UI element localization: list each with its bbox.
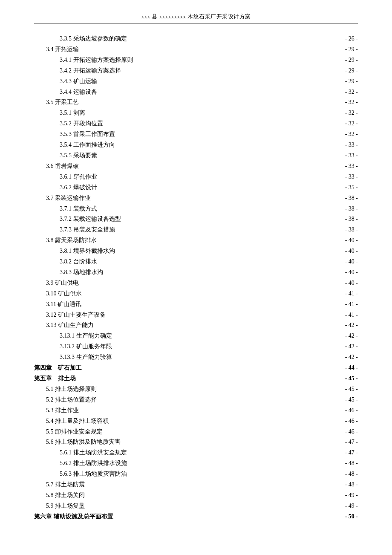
toc-row: 5.6 排土场防洪及防地质灾害- 47 - [34, 437, 358, 448]
toc-label: 第四章 矿石加工 [34, 363, 82, 373]
toc-label: 3.5.5 采场要素 [60, 150, 97, 161]
toc-page: - 38 - [345, 214, 358, 225]
toc-row: 3.13.2 矿山服务年限- 42 - [34, 341, 358, 352]
toc-page: - 29 - [345, 66, 358, 76]
toc-page: - 49 - [345, 490, 358, 501]
toc-label: 5.9 排土场复垦 [46, 501, 85, 512]
toc-row: 3.5 开采工艺- 32 - [34, 97, 358, 108]
table-of-contents: 3.3.5 采场边坡参数的确定- 26 -3.4 开拓运输- 29 -3.4.1… [34, 34, 358, 522]
toc-label: 3.8.2 台阶排水 [60, 257, 97, 267]
toc-page: - 32 - [345, 87, 358, 98]
toc-row: 3.8.1 境界外截排水沟- 40 - [34, 246, 358, 257]
toc-row: 3.4.3 矿山运输- 29 - [34, 76, 358, 87]
toc-page: - 45 - [345, 384, 358, 395]
toc-row: 3.9 矿山供电- 40 - [34, 278, 358, 289]
toc-label: 3.4.4 运输设备 [60, 87, 97, 98]
toc-label: 3.5 开采工艺 [46, 97, 79, 108]
toc-label: 5.8 排土场关闭 [46, 490, 85, 501]
toc-label: 5.4 排土量及排土场容积 [46, 416, 109, 427]
toc-label: 3.11 矿山通讯 [46, 299, 81, 310]
toc-row: 5.7 排土场防震- 48 - [34, 480, 358, 490]
toc-page: - 32 - [345, 129, 358, 140]
toc-label: 3.4.1 开拓运输方案选择原则 [60, 55, 133, 66]
toc-label: 3.7.2 装载运输设备选型 [60, 214, 121, 225]
toc-row: 3.6.2 爆破设计- 35 - [34, 182, 358, 193]
toc-label: 5.2 排土场位置选择 [46, 395, 97, 405]
toc-page: - 38 - [345, 193, 358, 204]
toc-page: - 48 - [345, 480, 358, 490]
toc-label: 3.13 矿山生产能力 [46, 320, 94, 331]
header-rule [34, 23, 358, 23]
toc-row: 3.6 凿岩爆破- 33 - [34, 161, 358, 172]
toc-label: 5.6.1 排土场防洪安全规定 [60, 448, 127, 458]
toc-page: - 41 - [345, 289, 358, 299]
toc-label: 5.7 排土场防震 [46, 480, 85, 490]
toc-label: 3.5.4 工作面推进方向 [60, 140, 115, 150]
toc-page: - 32 - [345, 108, 358, 119]
toc-row: 3.8 露天采场防排水- 40 - [34, 235, 358, 246]
toc-label: 3.13.1 生产能力确定 [60, 331, 112, 341]
toc-label: 第六章 辅助设施及总平面布置 [34, 512, 113, 522]
toc-page: - 50 - [345, 512, 358, 522]
toc-label: 3.6.1 穿孔作业 [60, 172, 97, 182]
toc-row: 5.3 排土作业- 46 - [34, 405, 358, 416]
toc-row: 3.5.1 剥离- 32 - [34, 108, 358, 119]
toc-row: 5.6.2 排土场防洪排水设施- 48 - [34, 458, 358, 469]
toc-page: - 40 - [345, 257, 358, 267]
toc-page: - 33 - [345, 161, 358, 172]
toc-page: - 46 - [345, 427, 358, 437]
toc-row: 第六章 辅助设施及总平面布置- 50 - [34, 512, 358, 522]
toc-page: - 41 - [345, 299, 358, 310]
toc-row: 3.4.1 开拓运输方案选择原则- 29 - [34, 55, 358, 66]
toc-row: 5.6.1 排土场防洪安全规定- 47 - [34, 448, 358, 458]
toc-page: - 29 - [345, 55, 358, 66]
toc-row: 5.4 排土量及排土场容积- 46 - [34, 416, 358, 427]
toc-label: 3.5.3 首采工作面布置 [60, 129, 115, 140]
toc-label: 3.4.2 开拓运输方案选择 [60, 66, 121, 76]
toc-page: - 35 - [345, 182, 358, 193]
toc-label: 3.12 矿山主要生产设备 [46, 310, 106, 321]
toc-row: 3.7.1 装载方式- 38 - [34, 204, 358, 214]
toc-row: 3.12 矿山主要生产设备- 41 - [34, 310, 358, 321]
toc-label: 3.8 露天采场防排水 [46, 235, 97, 246]
toc-row: 3.7.3 吊装及安全措施- 38 - [34, 225, 358, 235]
toc-row: 5.1 排土场选择原则- 45 - [34, 384, 358, 395]
toc-row: 3.11 矿山通讯- 41 - [34, 299, 358, 310]
toc-label: 3.8.3 场地排水沟 [60, 267, 103, 278]
toc-page: - 26 - [345, 34, 358, 44]
toc-row: 3.5.5 采场要素- 33 - [34, 150, 358, 161]
toc-label: 5.6.2 排土场防洪排水设施 [60, 458, 127, 469]
toc-row: 3.13 矿山生产能力- 42 - [34, 320, 358, 331]
toc-row: 5.5 卸排作业安全规定- 46 - [34, 427, 358, 437]
toc-label: 3.13.3 生产能力验算 [60, 352, 112, 363]
toc-page: - 40 - [345, 278, 358, 289]
toc-row: 3.8.2 台阶排水- 40 - [34, 257, 358, 267]
toc-label: 3.13.2 矿山服务年限 [60, 341, 112, 352]
toc-label: 3.5.1 剥离 [60, 108, 85, 119]
toc-label: 3.10 矿山供水 [46, 289, 82, 299]
toc-page: - 29 - [345, 76, 358, 87]
toc-page: - 40 - [345, 235, 358, 246]
toc-row: 3.13.1 生产能力确定- 42 - [34, 331, 358, 341]
toc-page: - 32 - [345, 97, 358, 108]
toc-page: - 42 - [345, 320, 358, 331]
toc-label: 3.7.3 吊装及安全措施 [60, 225, 115, 235]
toc-row: 3.5.4 工作面推进方向- 33 - [34, 140, 358, 150]
toc-label: 3.3.5 采场边坡参数的确定 [60, 34, 127, 44]
toc-page: - 47 - [345, 448, 358, 458]
toc-label: 3.4.3 矿山运输 [60, 76, 97, 87]
toc-label: 3.4 开拓运输 [46, 44, 79, 55]
toc-page: - 42 - [345, 331, 358, 341]
toc-row: 3.6.1 穿孔作业- 33 - [34, 172, 358, 182]
toc-page: - 33 - [345, 172, 358, 182]
toc-page: - 33 - [345, 140, 358, 150]
toc-label: 3.5.2 开段沟位置 [60, 119, 103, 129]
toc-row: 5.2 排土场位置选择- 45 - [34, 395, 358, 405]
toc-label: 5.5 卸排作业安全规定 [46, 427, 103, 437]
toc-label: 3.9 矿山供电 [46, 278, 79, 289]
toc-row: 5.9 排土场复垦- 49 - [34, 501, 358, 512]
toc-page: - 47 - [345, 437, 358, 448]
toc-label: 5.6.3 排土场地质灾害防治 [60, 469, 127, 480]
page-header: xxx 县 xxxxxxxxx 木纹石采厂开采设计方案 [34, 13, 358, 22]
toc-page: - 32 - [345, 119, 358, 129]
